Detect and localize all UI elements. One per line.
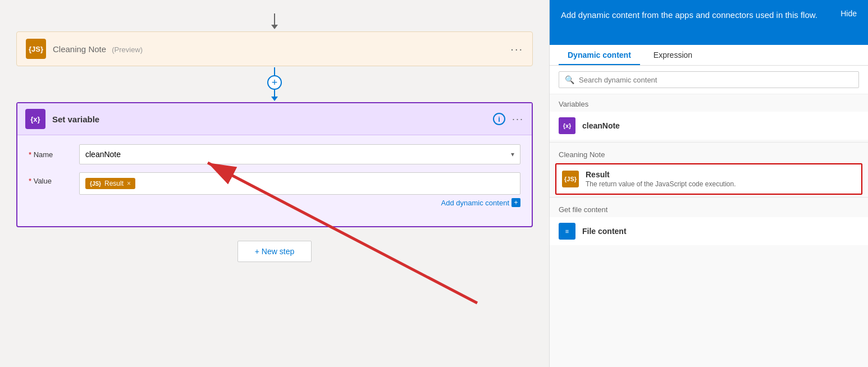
result-desc: The return value of the JavaScript code … [586,180,736,188]
connector-arrowhead [271,25,278,29]
divider-2 [550,197,868,198]
set-variable-more-button[interactable]: ··· [512,113,524,125]
result-text: Result The return value of the JavaScrip… [586,170,736,188]
plus-line-top [274,67,275,75]
value-input[interactable]: {JS} Result × [79,172,520,195]
file-content-item[interactable]: ≡ File content [550,217,868,245]
info-icon[interactable]: i [493,113,505,125]
search-input-wrapper: 🔍 [559,71,859,88]
cleaning-note-more-button[interactable]: ··· [510,43,523,56]
set-variable-body: * Name cleanNote ▾ * Value {JS} Result [17,135,532,226]
set-variable-title: Set variable [52,114,493,124]
result-item[interactable]: {JS} Result The return value of the Java… [555,163,862,195]
plus-arrow-down [271,90,278,101]
flow-canvas: {JS} Cleaning Note (Preview) ··· + {x} S… [0,0,549,367]
panel-hide-button[interactable]: Hide [840,9,857,18]
plus-connector: + [267,67,282,101]
cleaning-note-section-label: Cleaning Note [550,145,868,162]
tab-expression[interactable]: Expression [645,45,701,65]
name-input[interactable]: cleanNote ▾ [79,144,520,164]
cleaning-note-icon: {JS} [26,39,46,59]
right-panel: Add dynamic content from the apps and co… [549,0,868,367]
plus-arrow-line [274,90,275,97]
panel-content: Variables {x} cleanNote Cleaning Note {J… [550,94,868,367]
name-label: * Name [29,150,79,159]
result-icon: {JS} [562,171,579,187]
value-field-row: * Value {JS} Result × Add dynamic conten… [29,172,520,207]
set-variable-card: {x} Set variable i ··· * Name cleanNote … [16,102,533,227]
add-dynamic-plus-icon: + [511,198,520,207]
file-content-text: File content [582,227,627,236]
value-label: * Value [29,172,79,185]
set-variable-icon: {x} [25,109,45,129]
result-tag-label: Result [104,180,124,187]
result-tag: {JS} Result × [85,178,135,189]
top-connector [271,13,278,29]
result-title: Result [586,170,736,179]
add-step-circle-button[interactable]: + [267,75,282,90]
get-file-section-label: Get file content [550,200,868,217]
value-field-wrapper: {JS} Result × Add dynamic content + [79,172,520,207]
cleannote-text: cleanNote [582,121,620,130]
tab-dynamic-content[interactable]: Dynamic content [559,45,640,65]
cleaning-note-card: {JS} Cleaning Note (Preview) ··· [16,31,533,66]
name-field-row: * Name cleanNote ▾ [29,144,520,164]
panel-header: Add dynamic content from the apps and co… [550,0,868,45]
result-tag-icon: {JS} [90,181,101,187]
search-input[interactable] [579,76,853,84]
new-step-button[interactable]: + New step [237,241,312,262]
cleannote-icon: {x} [559,117,575,134]
set-variable-header: {x} Set variable i ··· [17,103,532,135]
divider-1 [550,142,868,143]
panel-tabs: Dynamic content Expression [550,45,868,66]
cleannote-title: cleanNote [582,121,620,130]
panel-search: 🔍 [550,66,868,94]
connector-line [274,13,275,25]
variable-cleannote-item[interactable]: {x} cleanNote [550,112,868,140]
search-icon: 🔍 [565,75,574,84]
result-tag-remove-button[interactable]: × [127,180,131,187]
plus-arrow-head [271,97,278,101]
panel-header-text: Add dynamic content from the apps and co… [561,9,829,21]
cleaning-note-title: Cleaning Note (Preview) [53,44,510,54]
file-content-title: File content [582,227,627,236]
add-dynamic-link: Add dynamic content + [79,198,520,207]
add-dynamic-content-link[interactable]: Add dynamic content + [79,198,520,207]
file-content-icon: ≡ [559,223,575,240]
name-dropdown-arrow: ▾ [511,150,514,158]
variables-section-label: Variables [550,94,868,112]
